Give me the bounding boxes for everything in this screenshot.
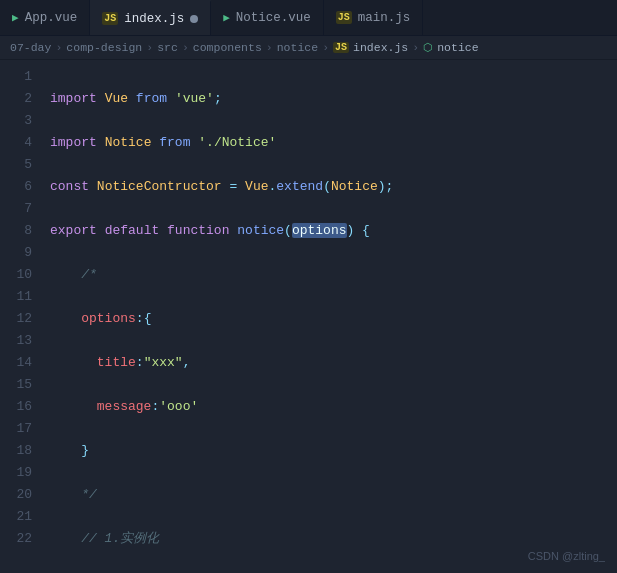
tab-notice-vue[interactable]: ▶ Notice.vue [211,0,324,35]
tab-label: Notice.vue [236,11,311,25]
tab-bar: ▶ App.vue JS index.js ▶ Notice.vue JS ma… [0,0,617,36]
code-line-2: import Notice from './Notice' [46,132,617,154]
crumb-07day: 07-day [10,41,51,54]
tab-app-vue[interactable]: ▶ App.vue [0,0,90,35]
editor-container: ▶ App.vue JS index.js ▶ Notice.vue JS ma… [0,0,617,570]
tab-index-js[interactable]: JS index.js [90,0,211,35]
crumb-notice: notice [277,41,318,54]
code-line-8: message:'ooo' [46,396,617,418]
crumb-notice-fn: notice [437,41,478,54]
vue-crumb-icon: ⬡ [423,41,433,54]
crumb-comp: comp-design [66,41,142,54]
tab-main-js[interactable]: JS main.js [324,0,424,35]
code-line-5: /* [46,264,617,286]
vue-icon: ▶ [223,11,230,24]
code-line-3: const NoticeContructor = Vue.extend(Noti… [46,176,617,198]
code-line-1: import Vue from 'vue'; [46,88,617,110]
crumb-indexjs: index.js [353,41,408,54]
tab-label: index.js [124,12,184,26]
code-line-9: } [46,440,617,462]
code-line-11: // 1.实例化 [46,528,617,550]
vue-icon: ▶ [12,11,19,24]
js-icon: JS [102,12,118,25]
breadcrumb: 07-day › comp-design › src › components … [0,36,617,60]
js-crumb-icon: JS [333,42,349,53]
watermark: CSDN @zlting_ [528,550,605,562]
line-numbers: 12345 678910 1112131415 1617181920 2122 [0,60,42,570]
crumb-src: src [157,41,178,54]
code-line-6: options:{ [46,308,617,330]
code-line-7: title:"xxx", [46,352,617,374]
tab-label: App.vue [25,11,78,25]
modified-dot [190,15,198,23]
code-content[interactable]: import Vue from 'vue'; import Notice fro… [42,60,617,570]
code-area[interactable]: 12345 678910 1112131415 1617181920 2122 … [0,60,617,570]
tab-label: main.js [358,11,411,25]
code-line-4: export default function notice(options) … [46,220,617,242]
crumb-components: components [193,41,262,54]
js-icon: JS [336,11,352,24]
code-line-10: */ [46,484,617,506]
